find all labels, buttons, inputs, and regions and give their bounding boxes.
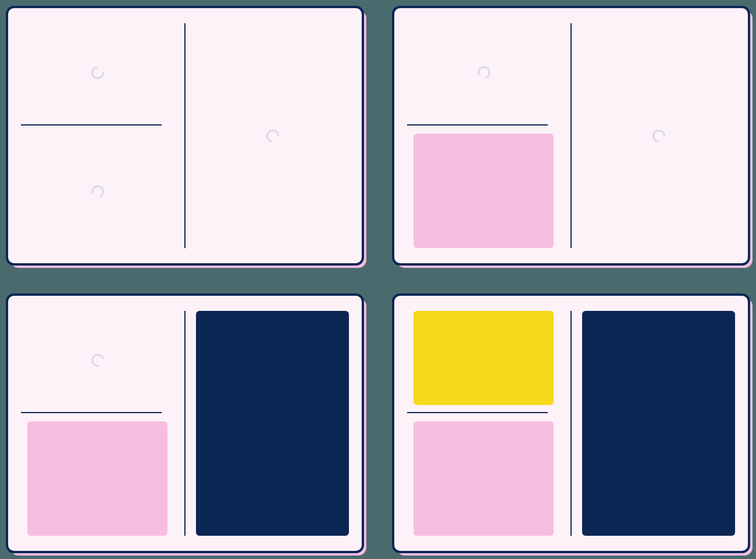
- content-block-navy: [196, 311, 349, 536]
- top-left-cell: [407, 21, 560, 124]
- content-block-wrap: [196, 309, 349, 538]
- content-block-yellow: [413, 311, 554, 405]
- loading-frame-1: [6, 6, 364, 266]
- content-block-wrap: [27, 421, 168, 538]
- content-block-pink: [413, 421, 554, 536]
- right-column: [582, 21, 735, 250]
- card-panel: [6, 6, 364, 266]
- spinner-icon: [650, 127, 668, 145]
- top-left-cell: [21, 309, 174, 412]
- spinner-icon: [88, 63, 106, 81]
- loading-frame-4: [392, 293, 750, 553]
- right-column: [196, 21, 349, 250]
- content-block-navy: [582, 311, 735, 536]
- vertical-divider: [570, 23, 572, 248]
- right-column: [196, 309, 349, 538]
- content-block-wrap: [413, 134, 554, 250]
- loading-frame-3: [6, 293, 364, 553]
- vertical-divider: [184, 311, 186, 536]
- spinner-icon: [88, 352, 106, 369]
- content-block-wrap: [582, 309, 735, 538]
- content-block-pink: [413, 134, 554, 248]
- card-panel: [392, 293, 750, 553]
- loading-frame-2: [392, 6, 750, 266]
- left-column: [407, 21, 560, 250]
- spinner-icon: [263, 127, 281, 145]
- bottom-left-cell: [407, 126, 560, 250]
- content-block-wrap: [413, 309, 554, 412]
- content-block-wrap: [413, 421, 554, 538]
- vertical-divider: [184, 23, 186, 248]
- bottom-left-cell: [21, 413, 174, 538]
- left-column: [407, 309, 560, 538]
- left-column: [21, 309, 174, 538]
- content-block-pink: [27, 421, 168, 536]
- top-left-cell: [21, 21, 174, 124]
- left-column: [21, 21, 174, 250]
- card-panel: [6, 293, 364, 553]
- spinner-icon: [475, 64, 491, 81]
- bottom-left-cell: [407, 413, 560, 538]
- vertical-divider: [570, 311, 572, 536]
- spinner-icon: [89, 184, 105, 200]
- right-column: [582, 309, 735, 538]
- top-left-cell: [407, 309, 560, 412]
- bottom-left-cell: [21, 126, 174, 250]
- card-panel: [392, 6, 750, 266]
